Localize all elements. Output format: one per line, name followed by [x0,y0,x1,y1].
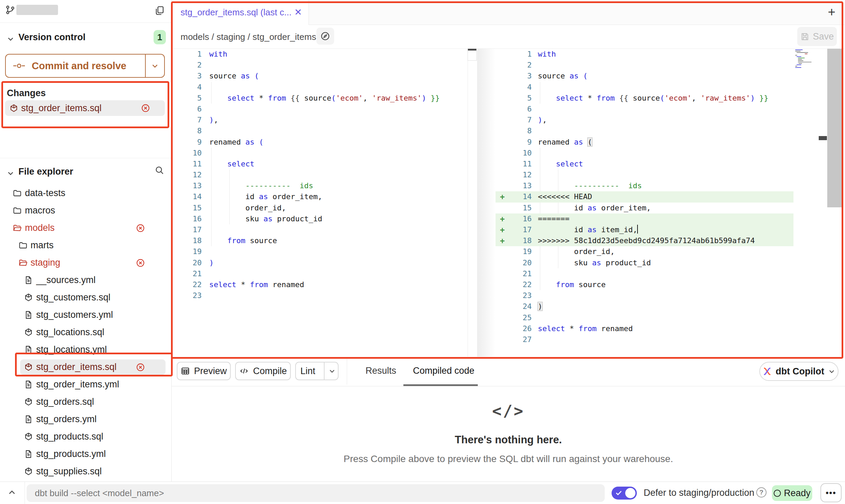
editor-line-23[interactable]: 23 [172,290,476,301]
chevron-down-icon[interactable] [6,34,15,43]
editor-line-17[interactable]: 17 [172,224,476,235]
preview-button[interactable]: Preview [177,362,231,380]
editor-line-10[interactable]: 10 [496,148,793,159]
lint-dropdown-caret[interactable] [324,362,340,380]
discard-change-icon[interactable] [136,258,145,267]
editor-line-14[interactable]: +14<<<<<<< HEAD [496,191,793,202]
editor-pane-right[interactable]: 1with23source as (45 select * from {{ so… [496,49,793,345]
editor-line-8[interactable]: 8 [172,125,476,136]
file-row-stg-locations-sql[interactable]: stg_locations.sql [0,324,171,341]
tab-results[interactable]: Results [366,366,396,376]
right-scrollbar-track[interactable] [827,49,842,207]
file-row-stg-order-items-sql[interactable]: stg_order_items.sql [0,358,171,376]
editor-line-10[interactable]: 10 [172,148,476,159]
file-row-macros[interactable]: macros [0,202,171,219]
editor-line-15[interactable]: 15 id as order_item, [496,203,793,213]
defer-toggle[interactable] [612,487,637,500]
command-input[interactable]: dbt build --select <model_name> [27,484,605,502]
help-icon[interactable]: ? [756,487,767,498]
file-row-stg-customers-yml[interactable]: stg_customers.yml [0,306,171,324]
status-badge-ready[interactable]: Ready [772,485,812,501]
copy-icon[interactable] [154,5,165,16]
compass-icon[interactable] [316,28,334,45]
editor-line-16[interactable]: +16======= [496,213,793,224]
save-button[interactable]: Save [797,27,837,46]
editor-line-3[interactable]: 3source as ( [496,71,793,81]
editor-line-8[interactable]: 8 [496,125,793,136]
editor-line-20[interactable]: 20) [172,257,476,268]
editor-line-24[interactable]: 24) [496,301,793,312]
file-row-data-tests[interactable]: data-tests [0,184,171,202]
editor-line-18[interactable]: 18 from source [172,235,476,246]
new-tab-button[interactable]: + [828,5,835,19]
editor-line-27[interactable]: 27 [496,334,793,345]
editor-line-15[interactable]: 15 order_id, [172,203,476,213]
editor-line-12[interactable]: 12 [172,169,476,180]
file-row-stg-locations-yml[interactable]: stg_locations.yml [0,341,171,358]
file-row-stg-products-sql[interactable]: stg_products.sql [0,428,171,445]
file-row--sources-yml[interactable]: __sources.yml [0,271,171,289]
editor-line-11[interactable]: 11 select [172,159,476,169]
editor-line-9[interactable]: 9renamed as ( [172,137,476,148]
editor-line-18[interactable]: +18>>>>>>> 58c1dd23d5eebd9cd2495fa7124ab… [496,235,793,246]
editor-line-21[interactable]: 21 [496,268,793,279]
editor-line-7[interactable]: 7), [172,115,476,125]
editor-line-25[interactable]: 25 [496,312,793,323]
minimap[interactable] [795,49,815,69]
editor-line-20[interactable]: 20 sku as product_id [496,257,793,268]
more-options-button[interactable]: ••• [820,483,842,502]
right-scrollbar-thumb[interactable] [819,136,827,140]
editor-line-9[interactable]: 9renamed as ( [496,137,793,148]
editor-line-3[interactable]: 3source as ( [172,71,476,81]
dbt-copilot-button[interactable]: dbt Copilot [759,362,839,381]
editor-line-13[interactable]: 13 ---------- ids [496,180,793,191]
editor-line-17[interactable]: +17 id as item_id, [496,224,793,235]
file-row-staging[interactable]: staging [0,254,171,271]
editor-line-16[interactable]: 16 sku as product_id [172,213,476,224]
discard-change-icon[interactable] [136,223,145,233]
editor-line-1[interactable]: 1with [172,49,476,60]
chevron-down-icon[interactable] [6,169,15,178]
commit-and-resolve-button[interactable]: Commit and resolve [5,54,165,78]
editor-line-21[interactable]: 21 [172,268,476,279]
editor-line-4[interactable]: 4 [172,82,476,93]
tab-stg-order-items[interactable]: stg_order_items.sql (last c... ✕ [172,0,309,25]
file-row-stg-products-yml[interactable]: stg_products.yml [0,445,171,463]
editor-line-12[interactable]: 12 [496,169,793,180]
lint-button[interactable]: Lint [295,362,339,380]
editor-line-13[interactable]: 13 ---------- ids [172,180,476,191]
editor-line-26[interactable]: 26select * from renamed [496,323,793,334]
editor-line-2[interactable]: 2 [172,60,476,71]
commit-dropdown-caret[interactable] [145,55,164,77]
editor-line-5[interactable]: 5 select * from {{ source('ecom', 'raw_i… [496,93,793,104]
file-row-marts[interactable]: marts [0,237,171,254]
file-row-stg-supplies-sql[interactable]: stg_supplies.sql [0,463,171,480]
file-row-stg-order-items-yml[interactable]: stg_order_items.yml [0,376,171,393]
tab-close-icon[interactable]: ✕ [294,7,302,18]
editor-line-1[interactable]: 1with [496,49,793,60]
editor-pane-left[interactable]: 1with23source as (45 select * from {{ so… [172,49,476,301]
editor-line-14[interactable]: 14 id as order_item, [172,191,476,202]
editor-line-11[interactable]: 11 select [496,159,793,169]
file-row-stg-orders-yml[interactable]: stg_orders.yml [0,411,171,428]
editor-line-6[interactable]: 6 [496,104,793,115]
compile-button[interactable]: Compile [235,362,291,380]
tab-compiled-code[interactable]: Compiled code [413,366,474,376]
discard-change-icon[interactable] [141,104,150,113]
discard-change-icon[interactable] [136,362,145,372]
editor-line-23[interactable]: 23 [496,290,793,301]
editor-line-5[interactable]: 5 select * from {{ source('ecom', 'raw_i… [172,93,476,104]
chevron-up-icon[interactable] [7,487,17,498]
editor-line-7[interactable]: 7), [496,115,793,125]
editor-line-22[interactable]: 22 from source [496,279,793,290]
editor-line-2[interactable]: 2 [496,60,793,71]
search-icon[interactable] [154,165,164,175]
editor-line-19[interactable]: 19 [172,246,476,257]
file-row-stg-orders-sql[interactable]: stg_orders.sql [0,393,171,411]
changed-file-item[interactable]: stg_order_items.sql [5,100,165,116]
file-row-stg-customers-sql[interactable]: stg_customers.sql [0,289,171,306]
editor-line-19[interactable]: 19 order_id, [496,246,793,257]
file-row-models[interactable]: models [0,219,171,237]
editor-line-22[interactable]: 22select * from renamed [172,279,476,290]
editor-line-6[interactable]: 6 [172,104,476,115]
